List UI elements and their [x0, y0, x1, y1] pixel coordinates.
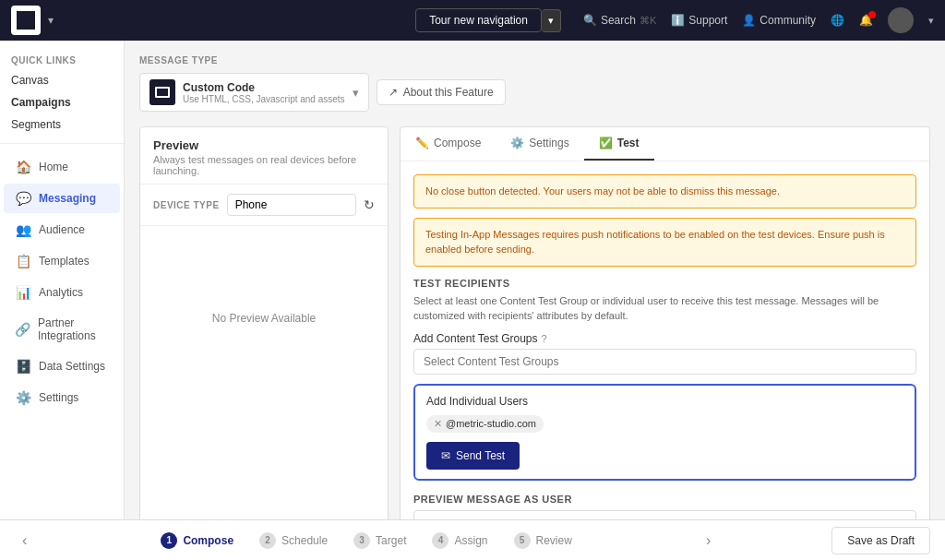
sidebar-item-audience[interactable]: 👥 Audience	[4, 215, 120, 244]
test-panel: ✏️ Compose ⚙️ Settings ✅ Test No close b…	[400, 126, 930, 560]
selector-chevron-icon: ▾	[353, 86, 359, 100]
sidebar: QUICK LINKS Canvas Campaigns Segments 🏠 …	[0, 41, 125, 560]
support-icon: ℹ️	[671, 14, 685, 27]
step-2-number: 2	[259, 532, 276, 549]
user-tags-row: ✕ @metric-studio.com	[426, 415, 903, 433]
tour-navigation-button[interactable]: Tour new navigation	[415, 8, 542, 32]
custom-code-icon	[150, 79, 175, 105]
external-link-icon: ↗	[389, 86, 398, 99]
settings-icon: ⚙️	[15, 390, 31, 405]
preview-header: Preview Always test messages on real dev…	[140, 127, 388, 185]
tab-test[interactable]: ✅ Test	[584, 127, 654, 161]
about-feature-button[interactable]: ↗ About this Feature	[377, 79, 506, 105]
test-tabs: ✏️ Compose ⚙️ Settings ✅ Test	[401, 127, 929, 161]
globe-icon[interactable]: 🌐	[831, 14, 844, 27]
avatar-chevron-icon[interactable]: ▾	[928, 15, 934, 27]
nav-chevron-icon[interactable]: ▾	[48, 14, 54, 27]
step-3-number: 3	[353, 532, 370, 549]
messaging-icon: 💬	[15, 191, 31, 206]
step-compose[interactable]: 1 Compose	[148, 532, 246, 549]
user-avatar[interactable]	[888, 7, 914, 33]
home-icon: 🏠	[15, 160, 31, 174]
send-icon: ✉	[441, 449, 450, 462]
test-icon: ✅	[599, 137, 613, 149]
templates-icon: 📋	[15, 254, 31, 268]
tab-compose[interactable]: ✏️ Compose	[401, 127, 496, 161]
top-navigation: ▾ Tour new navigation ▾ 🔍 Search ⌘K ℹ️ S…	[0, 0, 945, 41]
content-columns: Preview Always test messages on real dev…	[139, 126, 930, 560]
sidebar-item-partner-integrations[interactable]: 🔗 Partner Integrations	[4, 309, 120, 350]
community-action[interactable]: 👤 Community	[742, 14, 816, 27]
sidebar-item-settings[interactable]: ⚙️ Settings	[4, 383, 120, 412]
message-type-label: MESSAGE TYPE	[139, 55, 930, 66]
community-icon: 👤	[742, 14, 756, 27]
push-notification-info: Testing In-App Messages requires push no…	[413, 218, 916, 267]
send-test-button[interactable]: ✉ Send Test	[426, 442, 520, 470]
step-5-number: 5	[514, 532, 531, 549]
step-schedule[interactable]: 2 Schedule	[246, 532, 341, 549]
test-body: No close button detected. Your users may…	[401, 161, 929, 560]
refresh-icon[interactable]: ↻	[364, 197, 375, 212]
sidebar-item-messaging[interactable]: 💬 Messaging	[4, 184, 120, 213]
tour-navigation-dropdown[interactable]: ▾	[542, 9, 561, 32]
sidebar-item-templates[interactable]: 📋 Templates	[4, 246, 120, 276]
tab-settings[interactable]: ⚙️ Settings	[496, 127, 583, 161]
analytics-icon: 📊	[15, 285, 31, 300]
step-1-number: 1	[161, 532, 177, 549]
quick-links-label: QUICK LINKS	[0, 48, 124, 69]
audience-icon: 👥	[15, 222, 31, 237]
support-action[interactable]: ℹ️ Support	[671, 14, 727, 27]
sidebar-item-data-settings[interactable]: 🗄️ Data Settings	[4, 351, 120, 381]
add-groups-label: Add Content Test Groups ?	[413, 332, 916, 345]
sidebar-item-home[interactable]: 🏠 Home	[4, 152, 120, 182]
partner-icon: 🔗	[15, 322, 30, 337]
sidebar-link-segments[interactable]: Segments	[0, 113, 124, 136]
data-settings-icon: 🗄️	[15, 359, 31, 374]
device-type-select[interactable]: Phone	[227, 194, 356, 216]
sidebar-item-analytics[interactable]: 📊 Analytics	[4, 278, 120, 307]
sidebar-link-canvas[interactable]: Canvas	[0, 69, 124, 91]
device-type-row: DEVICE TYPE Phone ↻	[140, 185, 388, 226]
individual-user-input[interactable]	[547, 417, 903, 430]
remove-tag-icon[interactable]: ✕	[434, 418, 442, 430]
step-review[interactable]: 5 Review	[501, 532, 585, 549]
user-tag: ✕ @metric-studio.com	[426, 415, 544, 433]
notifications-bell[interactable]: 🔔	[859, 14, 873, 27]
content-test-groups-input[interactable]	[413, 349, 916, 375]
bottom-bar: ‹ 1 Compose 2 Schedule 3 Target 4 Assign…	[0, 519, 945, 560]
step-4-number: 4	[432, 532, 449, 549]
step-assign[interactable]: 4 Assign	[419, 532, 500, 549]
workflow-steps: 1 Compose 2 Schedule 3 Target 4 Assign 5…	[148, 532, 584, 549]
step-target[interactable]: 3 Target	[341, 532, 419, 549]
add-individual-users-label: Add Individual Users	[426, 395, 903, 408]
individual-users-box: Add Individual Users ✕ @metric-studio.co…	[413, 384, 916, 481]
preview-area: No Preview Available	[140, 226, 388, 411]
save-as-draft-button[interactable]: Save as Draft	[831, 527, 930, 554]
notification-dot	[868, 11, 876, 18]
preview-panel: Preview Always test messages on real dev…	[139, 126, 389, 560]
app-logo	[11, 6, 41, 35]
test-recipients-heading: TEST RECIPIENTS	[413, 278, 916, 289]
search-action[interactable]: 🔍 Search ⌘K	[583, 14, 656, 27]
search-icon: 🔍	[583, 14, 597, 27]
compose-icon: ✏️	[415, 137, 429, 149]
message-type-selector[interactable]: Custom Code Use HTML, CSS, Javascript an…	[139, 73, 369, 112]
sidebar-divider	[0, 143, 124, 144]
preview-user-heading: PREVIEW MESSAGE AS USER	[413, 494, 916, 505]
close-button-warning: No close button detected. Your users may…	[413, 174, 916, 209]
main-content: MESSAGE TYPE Custom Code Use HTML, CSS, …	[125, 41, 945, 560]
test-recipients-description: Select at least one Content Test Group o…	[413, 294, 916, 323]
message-type-row: Custom Code Use HTML, CSS, Javascript an…	[139, 73, 930, 112]
settings-tab-icon: ⚙️	[510, 137, 524, 149]
prev-arrow[interactable]: ‹	[15, 532, 34, 549]
sidebar-link-campaigns[interactable]: Campaigns	[0, 91, 124, 113]
help-icon: ?	[542, 333, 547, 344]
next-arrow[interactable]: ›	[699, 532, 718, 549]
